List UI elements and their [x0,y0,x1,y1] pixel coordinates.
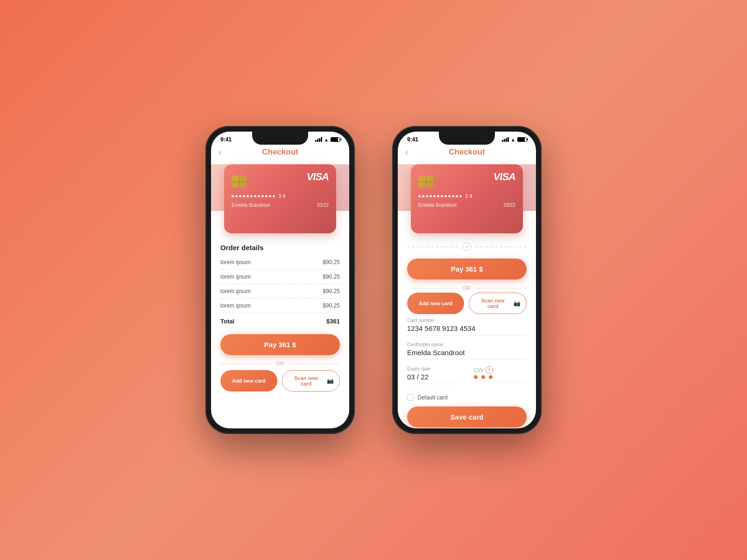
card-last-digits-1: 3 4 [278,193,285,199]
order-item-3: lorem ipsum $90.25 [220,299,340,313]
or-divider-2: OR [398,283,536,293]
battery-icon-2 [517,137,527,142]
credit-card-1[interactable]: VISA 3 4 Emelda Scandroot 03/ [224,164,336,233]
order-title-1: Order details [220,244,340,252]
add-card-button-2[interactable]: Add new card [407,293,464,314]
total-label-1: Total [220,318,234,325]
add-card-button-1[interactable]: Add new card [220,370,277,392]
expiry-cvv-row: Expiry date 03 / 22 CVV ? [407,366,527,391]
page-title-1: Checkout [262,147,298,157]
signal-icon-2 [502,137,509,142]
scan-card-button-1[interactable]: Scan new card 📷 [282,370,340,392]
default-card-row: Default card [407,391,527,406]
card-carousel-2: VISA 3 4 Emelda Scandroot 03/ [398,161,536,239]
cardholder-field: Cardholder name Emelda Scandroot [407,342,527,360]
default-card-checkbox[interactable] [407,394,414,401]
time-2: 9:41 [407,136,418,143]
order-item-name-3: lorem ipsum [220,302,251,309]
card-name-1: Emelda Scandroot [232,203,270,208]
form-section-2: Card number 1234 5678 9123 4534 Cardhold… [398,318,536,428]
or-divider-1: OR [220,359,340,370]
notch-2 [439,132,495,145]
scan-card-label-1: Scan new card [288,375,324,386]
card-expiry-2: 03/22 [504,203,515,208]
card-chip-1 [232,175,247,188]
phone-1: 9:41 ▲ ‹ Checkout VIS [205,126,355,434]
cardholder-value[interactable]: Emelda Scandroot [407,349,527,360]
order-item-name-2: lorem ipsum [220,288,251,294]
header-2: ‹ Checkout [398,145,536,161]
order-item-1: lorem ipsum $90.25 [220,270,340,284]
cvv-help-icon[interactable]: ? [486,366,493,374]
dashed-line-right-2 [476,246,527,247]
card-last-digits-2: 3 4 [465,193,472,199]
cvv-value [474,375,527,382]
credit-card-2[interactable]: VISA 3 4 Emelda Scandroot 03/ [411,164,523,233]
cvv-dot-2 [481,375,485,379]
battery-icon-1 [331,137,340,142]
wifi-icon-1: ▲ [324,137,329,142]
scan-card-label-2: Scan new card [475,298,511,309]
or-text-2: OR [463,285,471,291]
card-action-row-1: Add new card Scan new card 📷 [220,370,340,397]
order-item-name-1: lorem ipsum [220,273,251,280]
card-expiry-1: 03/22 [317,203,329,208]
status-icons-1: ▲ [315,137,340,142]
cardholder-label: Cardholder name [407,342,527,347]
back-button-2[interactable]: ‹ [405,147,408,157]
cvv-label: CVV [474,368,484,373]
cvv-dot-1 [474,375,478,379]
back-button-1[interactable]: ‹ [218,147,221,157]
card-number-value[interactable]: 1234 5678 9123 4534 [407,324,527,336]
header-1: ‹ Checkout [211,145,349,161]
order-item-name-0: lorem ipsum [220,259,251,266]
order-item-price-0: $90.25 [323,259,340,266]
card-action-row-2: Add new card Scan new card 📷 [398,293,536,318]
card-footer-1: Emelda Scandroot 03/22 [232,203,329,208]
card-number-label: Card number [407,318,527,323]
card-number-field: Card number 1234 5678 9123 4534 [407,318,527,336]
pay-button-2[interactable]: Pay 361 $ [407,259,527,280]
camera-icon-2: 📷 [514,300,521,307]
pay-button-1[interactable]: Pay 361 $ [220,334,340,355]
or-line-left-1 [220,364,272,364]
notch-1 [252,132,308,145]
info-divider-2: i [398,239,536,254]
wifi-icon-2: ▲ [511,137,515,142]
dashed-line-left-2 [407,246,458,247]
or-line-right-2 [475,288,527,288]
card-carousel-1: VISA 3 4 Emelda Scandroot 03/ [211,161,349,239]
total-value-1: $361 [326,318,340,325]
default-card-label: Default card [417,394,448,401]
card-name-2: Emelda Scandroot [418,203,457,208]
card-number-2: 3 4 [418,193,515,199]
phone-2: 9:41 ▲ ‹ Checkout VIS [392,126,542,434]
order-item-0: lorem ipsum $90.25 [220,255,340,270]
order-item-price-3: $90.25 [323,302,340,309]
signal-icon-1 [315,137,322,142]
page-title-2: Checkout [449,147,485,157]
time-1: 9:41 [220,136,232,143]
pay-section-2: Pay 361 $ [398,254,536,283]
expiry-field: Expiry date 03 / 22 [407,366,460,384]
order-section-1: Order details lorem ipsum $90.25 lorem i… [211,239,349,428]
visa-logo-2: VISA [493,171,515,183]
card-footer-2: Emelda Scandroot 03/22 [418,203,515,208]
expiry-label: Expiry date [407,366,460,371]
expiry-value[interactable]: 03 / 22 [407,373,460,384]
cvv-field: CVV ? [474,366,527,384]
info-icon-2: i [463,243,471,251]
camera-icon-1: 📷 [327,378,334,384]
card-chip-2 [418,175,433,188]
or-text-1: OR [276,361,284,366]
cvv-dot-3 [489,375,493,379]
order-total-1: Total $361 [220,313,340,329]
save-card-button[interactable]: Save card [407,406,527,427]
cvv-label-row: CVV ? [474,366,527,374]
order-item-price-1: $90.25 [323,273,340,280]
scan-card-button-2[interactable]: Scan new card 📷 [469,293,527,314]
or-line-right-1 [289,364,340,364]
or-line-left-2 [407,288,458,288]
visa-logo-1: VISA [307,171,329,183]
status-icons-2: ▲ [502,137,527,142]
